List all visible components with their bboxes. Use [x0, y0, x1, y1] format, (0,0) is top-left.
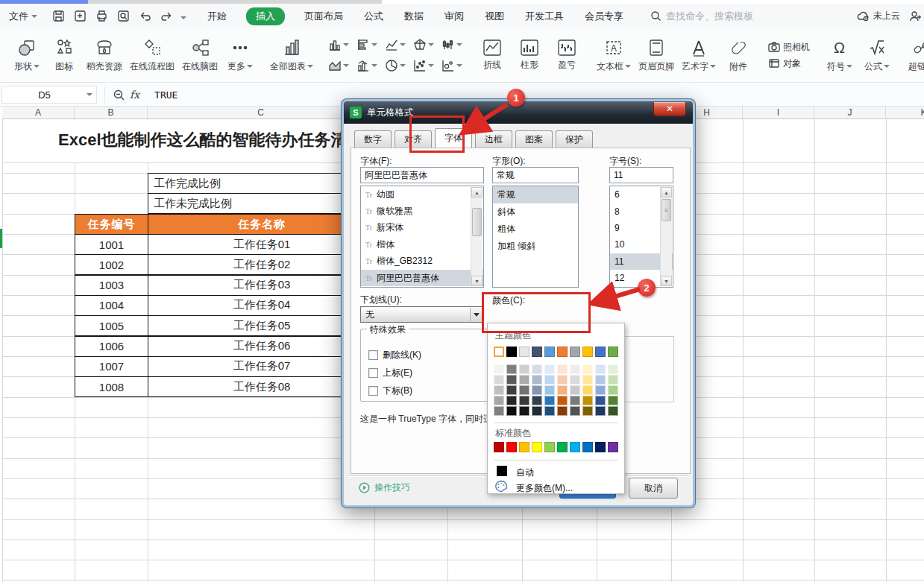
toolbar-button-bubble-chart[interactable] — [441, 57, 462, 75]
color-swatch[interactable] — [532, 385, 542, 395]
checkbox-unchecked[interactable] — [368, 368, 378, 378]
task-id-cell[interactable]: 1002 — [75, 254, 148, 275]
more-colors-item[interactable]: 更多颜色(M)... — [516, 482, 573, 495]
color-swatch[interactable] — [532, 442, 542, 452]
color-swatch[interactable] — [494, 347, 504, 357]
scroll-up-icon[interactable]: ▲ — [661, 187, 672, 197]
color-swatch[interactable] — [506, 375, 517, 385]
task-id-cell[interactable]: 1003 — [75, 275, 148, 296]
save-button[interactable] — [51, 9, 66, 24]
toolbar-button-object[interactable]: 对象 — [768, 57, 810, 70]
color-swatch[interactable] — [595, 406, 606, 416]
color-swatch[interactable] — [506, 442, 517, 452]
list-item[interactable]: 加粗 倾斜 — [493, 238, 578, 255]
color-swatch[interactable] — [608, 396, 618, 405]
color-swatch[interactable] — [532, 364, 542, 374]
ribbon-tab-5[interactable]: 数据 — [403, 7, 425, 25]
color-swatch[interactable] — [595, 396, 606, 405]
ribbon-tab-9[interactable]: 会员专享 — [583, 7, 625, 25]
color-swatch[interactable] — [519, 364, 529, 374]
color-swatch[interactable] — [557, 347, 568, 357]
print-preview-button[interactable] — [116, 9, 131, 24]
invite-collaborator-button[interactable] — [909, 10, 923, 22]
name-box[interactable]: D5 — [1, 86, 97, 104]
auto-color-label[interactable]: 自动 — [516, 466, 534, 479]
ribbon-tab-6[interactable]: 审阅 — [443, 7, 465, 25]
color-swatch[interactable] — [494, 406, 504, 416]
checkbox-unchecked[interactable] — [368, 350, 378, 360]
scrollbar-thumb[interactable] — [472, 208, 482, 236]
color-swatch[interactable] — [582, 347, 593, 357]
font-style-input[interactable]: 常规 — [492, 167, 579, 183]
toolbar-button-radar-chart[interactable] — [413, 36, 434, 54]
toolbar-button-online-mindmap[interactable]: 在线脑图 — [182, 38, 218, 73]
color-swatch[interactable] — [519, 385, 529, 395]
color-swatch[interactable] — [608, 406, 618, 416]
color-swatch[interactable] — [570, 396, 580, 405]
color-swatch[interactable] — [570, 347, 580, 357]
font-name-input[interactable]: 阿里巴巴普惠体 — [360, 167, 484, 183]
ribbon-tab-2[interactable]: 插入 — [246, 7, 285, 25]
auto-color-swatch[interactable] — [497, 466, 507, 476]
color-swatch[interactable] — [532, 396, 542, 405]
file-menu-button[interactable]: 文件 — [0, 10, 45, 23]
dialog-tab-6[interactable]: 保护 — [556, 130, 593, 148]
toolbar-button-scatter-chart[interactable] — [413, 57, 434, 75]
color-swatch[interactable] — [532, 406, 542, 416]
fx-icon[interactable]: fx — [130, 89, 139, 101]
task-id-cell[interactable]: 1006 — [75, 336, 148, 357]
underline-combobox[interactable]: 无 — [360, 306, 484, 323]
task-id-cell[interactable]: 1004 — [75, 295, 148, 316]
task-id-cell[interactable]: 1005 — [75, 315, 148, 336]
font-size-list[interactable]: 689101112▲▼≡ — [609, 186, 673, 288]
toolbar-button-sparkline-column[interactable]: 柱形 — [515, 39, 544, 72]
color-swatch[interactable] — [494, 385, 504, 395]
toolbar-button-docer-resources[interactable]: 稻壳资源 — [87, 38, 122, 73]
color-swatch[interactable] — [570, 406, 580, 416]
toolbar-button-wordart[interactable]: 艺术字 — [682, 38, 716, 73]
color-swatch[interactable] — [544, 375, 555, 385]
toolbar-button-formula[interactable]: 公式 — [862, 38, 892, 73]
color-swatch[interactable] — [582, 364, 593, 374]
color-swatch[interactable] — [557, 442, 568, 452]
task-id-cell[interactable]: 1008 — [75, 376, 148, 397]
color-swatch[interactable] — [608, 375, 618, 385]
color-swatch[interactable] — [532, 347, 542, 357]
color-swatch[interactable] — [519, 375, 529, 385]
color-swatch[interactable] — [506, 406, 517, 416]
color-swatch[interactable] — [544, 406, 555, 416]
close-icon[interactable]: ✕ — [653, 102, 686, 116]
ribbon-tab-7[interactable]: 视图 — [483, 7, 506, 25]
color-swatch[interactable] — [519, 396, 529, 405]
toolbar-button-textbox[interactable]: A文本框 — [597, 38, 631, 73]
cancel-button[interactable]: 取消 — [629, 478, 678, 499]
ribbon-tab-8[interactable]: 开发工具 — [524, 7, 565, 25]
ribbon-tab-1[interactable]: 开始 — [206, 7, 228, 25]
toolbar-button-line-chart[interactable] — [385, 36, 406, 54]
toolbar-button-column-chart[interactable] — [328, 36, 349, 54]
color-swatch[interactable] — [570, 375, 580, 385]
scrollbar[interactable]: ▲▼≡ — [660, 187, 672, 286]
color-swatch[interactable] — [494, 396, 504, 405]
toolbar-button-sparkline-winloss[interactable]: 盈亏 — [552, 39, 582, 72]
color-swatch[interactable] — [544, 385, 555, 395]
effect-checkbox-row[interactable]: 上标(E) — [368, 367, 412, 379]
color-swatch[interactable] — [506, 347, 517, 357]
color-swatch[interactable] — [570, 385, 580, 395]
dialog-tab-1[interactable]: 数字 — [354, 130, 392, 148]
color-swatch[interactable] — [582, 406, 593, 416]
task-id-cell[interactable]: 1001 — [75, 234, 148, 255]
toolbar-button-more-dots[interactable]: 更多 — [225, 38, 255, 73]
list-item[interactable]: Tr楷体 — [361, 236, 483, 253]
list-item[interactable]: Tr幼圆 — [361, 186, 483, 203]
color-swatch[interactable] — [519, 406, 529, 416]
list-item[interactable]: Tr楷体_GB2312 — [361, 253, 483, 270]
qat-more-caret[interactable] — [180, 11, 186, 22]
toolbar-button-bar-chart[interactable] — [356, 36, 377, 54]
list-item[interactable]: 斜体 — [493, 203, 578, 221]
color-swatch[interactable] — [506, 385, 517, 395]
redo-button[interactable] — [159, 9, 174, 24]
scrollbar[interactable]: ▲▼ — [471, 187, 483, 286]
color-swatch[interactable] — [582, 396, 593, 405]
color-swatch[interactable] — [506, 396, 517, 405]
